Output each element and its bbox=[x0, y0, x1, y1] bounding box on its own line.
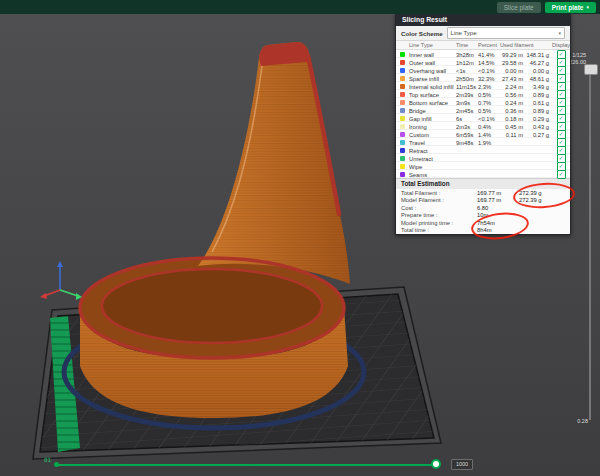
move-slider-track[interactable] bbox=[57, 464, 437, 466]
layer-slider-bottom-label: 0.28 bbox=[568, 418, 588, 424]
line-type-row: Sparse infill 2h50m 32.3% 27.43 m 48.61 … bbox=[396, 74, 570, 82]
line-type-row: Outer wall 1h12m 14.5% 29.58 m 46.27 g ✓ bbox=[396, 58, 570, 66]
table-header-row: Line Type Time Percent Used filament Dis… bbox=[396, 41, 570, 50]
col-display: Display bbox=[552, 42, 570, 48]
layer-slider-track[interactable] bbox=[589, 72, 591, 420]
line-type-color-swatch bbox=[400, 100, 405, 105]
print-plate-button[interactable]: Print plate ▾ bbox=[545, 2, 596, 13]
chevron-down-icon: ▾ bbox=[586, 5, 589, 10]
line-type-color-swatch bbox=[400, 156, 405, 161]
line-type-row: Custom 6m59s 1.4% 0.11 m 0.27 g ✓ bbox=[396, 130, 570, 138]
line-type-row: Retract ✓ bbox=[396, 146, 570, 154]
move-slider-handle[interactable] bbox=[431, 459, 441, 469]
line-type-color-swatch bbox=[400, 148, 405, 153]
line-type-color-swatch bbox=[400, 92, 405, 97]
line-type-row: Ironing 2m3s 0.4% 0.45 m 0.43 g ✓ bbox=[396, 122, 570, 130]
line-type-color-swatch bbox=[400, 140, 405, 145]
line-type-color-swatch bbox=[400, 68, 405, 73]
line-type-row: Overhang wall <1s <0.1% 0.00 m 0.00 g ✓ bbox=[396, 66, 570, 74]
col-time: Time bbox=[456, 42, 478, 48]
display-checkbox[interactable]: ✓ bbox=[557, 170, 566, 179]
line-type-row: Unretract ✓ bbox=[396, 154, 570, 162]
line-type-row: Top surface 2m39s 0.5% 0.56 m 0.89 g ✓ bbox=[396, 90, 570, 98]
line-type-row: Gap infill 6s <0.1% 0.18 m 0.29 g ✓ bbox=[396, 114, 570, 122]
line-type-color-swatch bbox=[400, 76, 405, 81]
line-type-color-swatch bbox=[400, 52, 405, 57]
line-type-row: Seams ✓ bbox=[396, 170, 570, 178]
color-scheme-select[interactable]: Line Type ▾ bbox=[447, 27, 565, 39]
top-bar: Slice plate Print plate ▾ bbox=[0, 0, 600, 14]
color-scheme-value: Line Type bbox=[451, 30, 477, 36]
line-type-row: Internal solid infill 11m15s 2.3% 2.24 m… bbox=[396, 82, 570, 90]
line-type-row: Wipe ✓ bbox=[396, 162, 570, 170]
col-used-filament: Used filament bbox=[500, 42, 552, 48]
line-type-table: Inner wall 3h28m 41.4% 99.29 m 148.31 g … bbox=[396, 50, 570, 178]
line-type-color-swatch bbox=[400, 108, 405, 113]
panel-title: Slicing Result bbox=[396, 14, 570, 26]
col-percent: Percent bbox=[478, 42, 500, 48]
line-type-color-swatch bbox=[400, 60, 405, 65]
layer-slider-handle[interactable] bbox=[584, 64, 598, 75]
line-type-color-swatch bbox=[400, 132, 405, 137]
line-type-row: Bridge 2m45s 0.5% 0.36 m 0.89 g ✓ bbox=[396, 106, 570, 114]
move-slider-start-dot bbox=[54, 462, 59, 467]
line-type-row: Bottom surface 3m9s 0.7% 0.24 m 0.61 g ✓ bbox=[396, 98, 570, 106]
slice-plate-label: Slice plate bbox=[504, 2, 534, 13]
line-type-row: Travel 9m48s 1.9% ✓ bbox=[396, 138, 570, 146]
line-type-color-swatch bbox=[400, 172, 405, 177]
line-type-color-swatch bbox=[400, 164, 405, 169]
line-type-row: Inner wall 3h28m 41.4% 99.29 m 148.31 g … bbox=[396, 50, 570, 58]
move-slider-value: 1000 bbox=[451, 459, 473, 470]
chevron-down-icon: ▾ bbox=[558, 30, 561, 36]
print-plate-label: Print plate bbox=[552, 2, 584, 13]
plate-label: 01 bbox=[44, 456, 52, 463]
color-scheme-label: Color Scheme bbox=[401, 30, 443, 37]
col-line-type: Line Type bbox=[409, 42, 456, 48]
line-type-color-swatch bbox=[400, 124, 405, 129]
line-type-color-swatch bbox=[400, 84, 405, 89]
line-type-color-swatch bbox=[400, 116, 405, 121]
slice-plate-button[interactable]: Slice plate bbox=[497, 2, 541, 13]
